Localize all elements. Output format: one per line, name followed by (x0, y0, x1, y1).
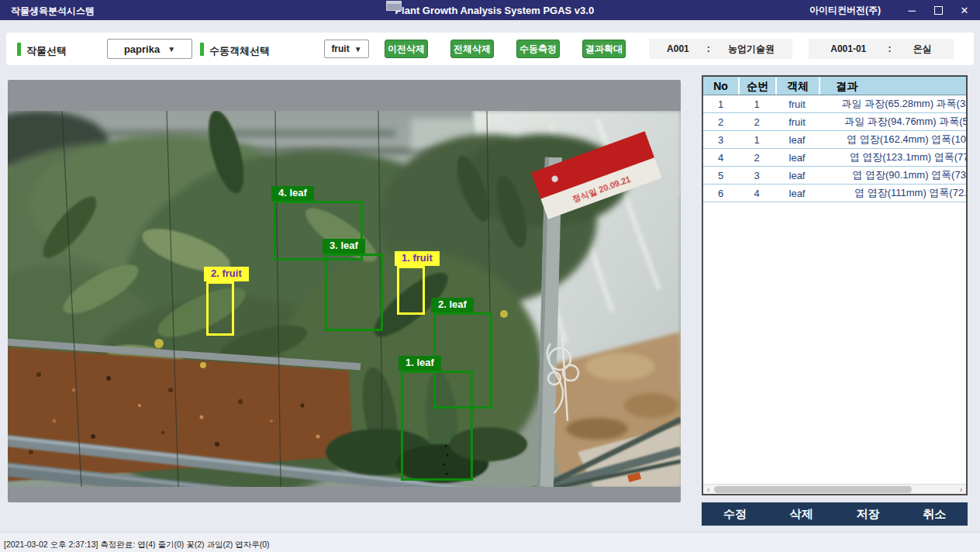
chevron-down-icon: ▼ (354, 45, 362, 53)
detection-box-leaf-1[interactable]: 1. leaf (401, 371, 473, 481)
delete-all-button[interactable]: 전체삭제 (450, 40, 494, 58)
detection-box-leaf-3[interactable]: 3. leaf (325, 254, 383, 331)
bounding-box (325, 254, 383, 331)
site-info-box: A001 : 농업기술원 (649, 39, 792, 59)
detection-label: 3. leaf (323, 239, 365, 254)
object-select-dropdown[interactable]: fruit ▼ (324, 40, 369, 58)
object-select-label: 수동객체선택 (209, 44, 270, 58)
detection-label: 2. leaf (431, 298, 474, 312)
window-icon (386, 1, 402, 11)
table-row[interactable]: 1 1 fruit 과일 과장(65.28mm) 과폭(38.08mm) (703, 95, 968, 113)
manual-measure-button[interactable]: 수동측정 (516, 40, 560, 58)
room-info-box: A001-01 : 온실 (809, 39, 954, 59)
greenhouse-photo[interactable]: 정식일 20.09.21 (8, 111, 681, 487)
status-bar: [2021-03-02 오후 2:37:13] 측정완료: 엽(4) 줄기(0)… (0, 532, 980, 552)
results-table-container: No 순번 객체 결과 1 1 fruit 과일 과장(65.28mm) 과폭(… (702, 75, 968, 495)
image-bottom-margin (8, 487, 681, 502)
close-button[interactable]: ✕ (958, 4, 971, 16)
col-header-result: 결과 (819, 78, 968, 95)
crop-select-dropdown[interactable]: paprika ▼ (107, 39, 192, 59)
toolbar: 작물선택 paprika ▼ 수동객체선택 fruit ▼ 이전삭제 전체삭제 … (6, 33, 974, 65)
table-row[interactable]: 5 3 leaf 엽 엽장(90.1mm) 엽폭(73.2mm) (703, 167, 968, 185)
detection-box-fruit-1[interactable]: 1. fruit (397, 266, 425, 315)
col-header-no: No (703, 78, 738, 95)
camera-image-area: 정식일 20.09.21 (8, 80, 681, 502)
crop-accent-bar (17, 43, 21, 56)
scroll-right-icon[interactable]: › (956, 485, 966, 494)
maximize-button[interactable] (932, 4, 944, 16)
object-accent-bar (200, 43, 204, 56)
col-header-seq: 순번 (738, 78, 775, 95)
status-message: [2021-03-02 오후 2:37:13] 측정완료: 엽(4) 줄기(0)… (4, 540, 270, 550)
bounding-box (397, 266, 425, 315)
image-top-margin (8, 80, 681, 111)
detection-label: 1. leaf (399, 356, 441, 371)
col-header-object: 객체 (775, 78, 819, 95)
table-row[interactable]: 6 4 leaf 엽 엽장(111mm) 엽폭(72.3mm) (703, 185, 968, 202)
detection-label: 2. fruit (204, 267, 249, 281)
detection-label: 4. leaf (271, 186, 314, 201)
crop-select-label: 작물선택 (26, 44, 67, 58)
bounding-box (401, 371, 473, 481)
results-panel: No 순번 객체 결과 1 1 fruit 과일 과장(65.28mm) 과폭(… (702, 75, 968, 526)
detection-label: 1. fruit (395, 251, 440, 266)
table-row[interactable]: 2 2 fruit 과일 과장(94.76mm) 과폭(50.6mm) (703, 113, 968, 131)
enlarge-result-button[interactable]: 결과확대 (582, 40, 626, 58)
detection-box-fruit-2[interactable]: 2. fruit (206, 281, 234, 336)
table-row[interactable]: 3 1 leaf 엽 엽장(162.4mm) 엽폭(104.4mm) (703, 131, 968, 149)
horizontal-scrollbar[interactable]: ‹ › (703, 484, 966, 494)
cancel-button[interactable]: 취소 (923, 507, 946, 522)
chevron-down-icon: ▼ (167, 45, 175, 53)
save-button[interactable]: 저장 (856, 507, 879, 522)
room-name: 온실 (913, 43, 932, 56)
scrollbar-thumb[interactable] (714, 486, 912, 493)
table-header-row: No 순번 객체 결과 (703, 77, 968, 95)
table-row[interactable]: 4 2 leaf 엽 엽장(123.1mm) 엽폭(77.2mm) (703, 149, 968, 167)
panel-footer: 수정 삭제 저장 취소 (702, 502, 968, 526)
edit-button[interactable]: 수정 (723, 507, 747, 522)
site-separator: : (707, 43, 710, 54)
site-code: A001 (667, 43, 689, 54)
company-name: 아이티컨버전(주) (809, 4, 881, 17)
room-separator: : (889, 43, 892, 54)
delete-previous-button[interactable]: 이전삭제 (385, 40, 428, 58)
maximize-icon (934, 6, 943, 15)
room-code: A001-01 (830, 43, 866, 54)
minimize-button[interactable]: ─ (906, 4, 918, 16)
title-bar: 작물생육분석시스템 Plant Growth Analysis System P… (0, 0, 980, 20)
scroll-left-icon[interactable]: ‹ (703, 485, 713, 494)
bounding-box (206, 281, 234, 336)
delete-button[interactable]: 삭제 (790, 507, 813, 522)
results-table: No 순번 객체 결과 1 1 fruit 과일 과장(65.28mm) 과폭(… (703, 77, 968, 202)
site-name: 농업기술원 (728, 43, 775, 56)
pgas-application: 작물생육분석시스템 Plant Growth Analysis System P… (0, 0, 980, 552)
